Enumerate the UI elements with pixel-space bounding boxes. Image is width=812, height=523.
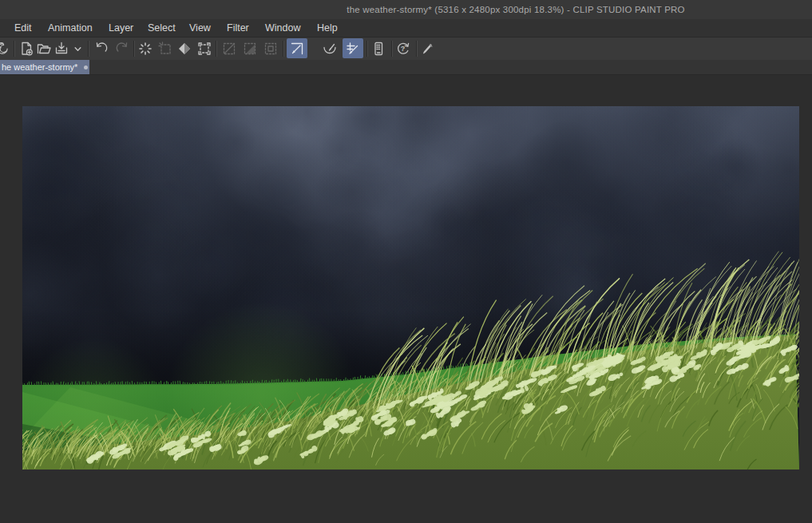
toolbar-separator [391, 41, 392, 57]
toolbar-separator [366, 41, 367, 57]
selection-convert-c-button[interactable] [262, 40, 279, 57]
save-button[interactable] [53, 40, 70, 57]
reselect-icon [157, 41, 173, 57]
document-tab-strip: he weather-stormy* [0, 60, 812, 75]
help-refresh-icon: ? [395, 41, 411, 57]
reselect-button[interactable] [156, 40, 174, 57]
brush-button[interactable] [419, 40, 437, 57]
deselect-button[interactable] [137, 40, 154, 57]
clip-studio-launcher-button[interactable] [0, 40, 11, 57]
snap-to-grid-button[interactable] [343, 38, 363, 58]
document-canvas[interactable] [22, 106, 799, 470]
app-window: the weather-stormy* (5316 x 2480px 300dp… [0, 0, 812, 523]
svg-text:?: ? [401, 45, 406, 53]
snap-to-ruler-button[interactable] [287, 38, 307, 58]
redo-icon [114, 41, 130, 57]
invert-selection-button[interactable] [176, 40, 193, 57]
selection-border-icon [196, 41, 212, 57]
selection-triangle-icon [242, 41, 258, 57]
menu-filter[interactable]: Filter [227, 19, 249, 37]
redo-button[interactable] [113, 40, 131, 57]
snap-ruler-icon [289, 41, 305, 57]
toolbar-separator [14, 41, 14, 57]
menu-edit[interactable]: Edit [14, 19, 32, 37]
window-title: the weather-stormy* (5316 x 2480px 300dp… [347, 0, 684, 19]
selection-diagonal-icon [221, 41, 237, 57]
unsaved-indicator-dot-icon[interactable] [84, 65, 88, 69]
menu-layer[interactable]: Layer [109, 19, 133, 37]
selection-border-button[interactable] [196, 40, 213, 57]
snap-to-special-ruler-button[interactable] [321, 40, 339, 57]
companion-mode-button[interactable] [370, 40, 387, 57]
menu-select[interactable]: Select [148, 19, 176, 37]
menu-bar: Edit Animation Layer Select View Filter … [0, 19, 812, 38]
undo-button[interactable] [93, 40, 110, 57]
snap-special-ruler-icon [322, 41, 338, 57]
menu-help[interactable]: Help [317, 19, 338, 37]
save-icon [53, 41, 69, 57]
spiral-icon [0, 42, 10, 56]
toolbar-separator [283, 41, 283, 57]
save-options-button[interactable] [72, 40, 83, 57]
menu-animation[interactable]: Animation [48, 19, 93, 37]
menu-window[interactable]: Window [265, 19, 300, 37]
tablet-icon [370, 41, 386, 57]
undo-icon [93, 41, 109, 57]
new-file-button[interactable] [18, 40, 35, 57]
selection-convert-b-button[interactable] [241, 40, 259, 57]
selection-inner-square-icon [263, 41, 279, 57]
toolbar-separator [133, 41, 134, 57]
deselect-burst-icon [137, 41, 153, 57]
canvas-workspace [0, 75, 812, 523]
how-to-use-button[interactable]: ? [394, 40, 412, 57]
snap-grid-icon [345, 41, 361, 57]
brush-icon [420, 41, 436, 57]
toolbar-separator [88, 41, 89, 57]
command-bar: ? [0, 38, 812, 60]
new-file-icon [18, 41, 34, 57]
open-file-button[interactable] [35, 40, 53, 57]
title-bar[interactable]: the weather-stormy* (5316 x 2480px 300dp… [0, 0, 812, 19]
invert-selection-icon [176, 41, 192, 57]
open-folder-icon [36, 41, 52, 57]
document-tab-label: he weather-stormy* [0, 62, 77, 72]
toolbar-separator [216, 41, 216, 57]
selection-convert-a-button[interactable] [220, 40, 238, 57]
chevron-down-icon [73, 45, 82, 53]
toolbar-separator [416, 41, 417, 57]
document-tab[interactable]: he weather-stormy* [0, 60, 89, 74]
menu-view[interactable]: View [189, 19, 211, 37]
